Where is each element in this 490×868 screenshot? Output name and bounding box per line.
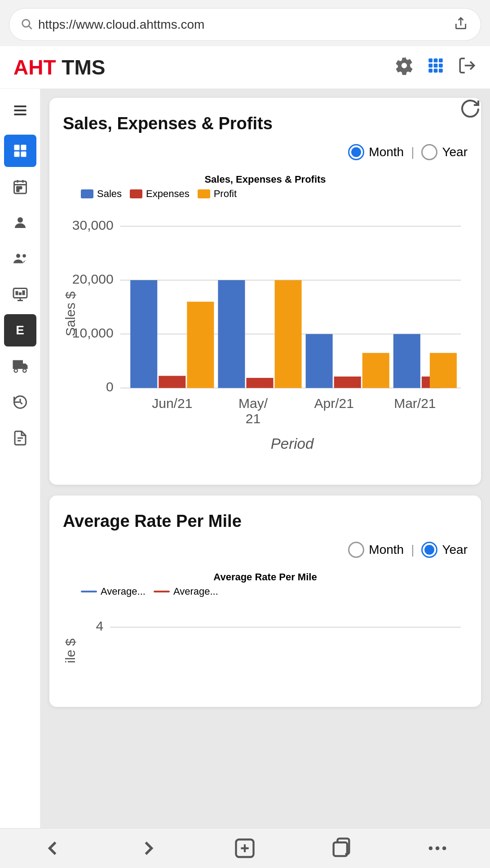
legend-swatch-orange [198, 189, 210, 198]
sales-month-label: Month [369, 145, 404, 159]
rate-year-toggle[interactable]: Year [421, 542, 468, 558]
url-bar[interactable]: https://www.cloud.ahttms.com [9, 8, 481, 41]
share-button[interactable] [452, 15, 470, 34]
sales-month-radio[interactable] [348, 144, 364, 160]
sales-year-toggle[interactable]: Year [421, 144, 468, 160]
main-layout: E [0, 89, 490, 867]
svg-text:0: 0 [106, 379, 114, 394]
svg-point-54 [442, 846, 446, 850]
legend-avg1-label: Average... [101, 586, 146, 597]
browser-bar: https://www.cloud.ahttms.com [0, 0, 490, 46]
rate-year-radio[interactable] [421, 542, 437, 558]
rate-y-tick-4: 4 [96, 618, 103, 633]
bar-jun-sales [130, 280, 157, 388]
svg-point-53 [436, 846, 440, 850]
svg-rect-11 [439, 69, 443, 73]
rate-line-chart: ile $ 4 [63, 604, 468, 684]
legend-expenses-label: Expenses [146, 188, 190, 200]
rate-year-label: Year [442, 543, 468, 557]
legend-rate-avg2: Average... [154, 586, 218, 597]
sidebar-item-documents[interactable] [4, 422, 36, 454]
rate-month-toggle[interactable]: Month [348, 542, 404, 558]
svg-rect-51 [333, 842, 347, 856]
rate-y-label: ile $ [63, 638, 78, 663]
browser-nav [0, 828, 490, 868]
svg-rect-4 [434, 58, 438, 62]
logo-tms: TMS [56, 56, 106, 79]
svg-rect-19 [21, 152, 26, 157]
sidebar: E [0, 89, 40, 867]
svg-point-27 [18, 217, 23, 223]
rate-month-radio[interactable] [348, 542, 364, 558]
svg-rect-25 [19, 187, 22, 189]
sales-month-toggle[interactable]: Month [348, 144, 404, 160]
app-header: AHT TMS [0, 46, 490, 89]
rate-toggle-divider: | [411, 543, 414, 557]
svg-point-34 [14, 369, 18, 373]
rate-chart-legend: Average... Average... [63, 586, 468, 597]
sidebar-item-truck[interactable] [4, 350, 36, 382]
sidebar-item-entity[interactable]: E [4, 314, 36, 346]
svg-text:10,000: 10,000 [72, 325, 114, 340]
svg-rect-24 [17, 187, 19, 189]
sales-year-radio[interactable] [421, 144, 437, 160]
refresh-button[interactable] [459, 98, 481, 123]
svg-rect-9 [428, 69, 433, 73]
svg-rect-7 [434, 63, 438, 67]
legend-swatch-red [130, 189, 142, 198]
svg-rect-26 [17, 189, 19, 192]
entity-label: E [16, 323, 24, 338]
svg-text:30,000: 30,000 [72, 218, 114, 232]
logo-aht: AHT [13, 56, 56, 79]
bar-apr-profit [362, 353, 389, 388]
legend-expenses: Expenses [130, 188, 190, 200]
legend-line-blue [81, 591, 97, 592]
sidebar-item-calendar[interactable] [4, 171, 36, 203]
svg-rect-18 [14, 152, 19, 157]
sales-chart-title: Sales, Expenses & Profits [63, 174, 468, 185]
add-tab-button[interactable] [233, 837, 256, 860]
sales-chart-container: Sales, Expenses & Profits Sales Expenses… [63, 169, 468, 469]
svg-point-35 [23, 369, 26, 373]
sidebar-item-profile[interactable] [4, 206, 36, 239]
bar-may-sales [218, 280, 245, 388]
hamburger-menu[interactable] [8, 98, 33, 127]
tabs-button[interactable] [330, 837, 353, 860]
sales-toggle-row: Month | Year [63, 144, 468, 160]
legend-rate-avg1: Average... [81, 586, 146, 597]
sidebar-item-history[interactable] [4, 386, 36, 418]
sales-toggle-divider: | [411, 145, 414, 159]
legend-swatch-blue [81, 189, 93, 198]
bar-may-expenses [246, 378, 273, 388]
svg-point-29 [22, 254, 26, 258]
back-button[interactable] [41, 837, 64, 860]
svg-rect-31 [15, 291, 18, 295]
x-axis-label: Period [271, 435, 314, 452]
logout-icon[interactable] [458, 56, 477, 79]
sidebar-item-reports[interactable] [4, 278, 36, 311]
grid-icon[interactable] [426, 56, 445, 79]
svg-point-28 [16, 254, 20, 258]
svg-rect-6 [428, 63, 433, 67]
rate-card-title: Average Rate Per Mile [63, 512, 468, 531]
x-label-jun: Jun/21 [152, 396, 192, 411]
x-label-mar: Mar/21 [394, 396, 436, 411]
sidebar-item-users[interactable] [4, 242, 36, 275]
settings-icon[interactable] [395, 56, 414, 79]
header-icons [395, 56, 477, 79]
content-area: Sales, Expenses & Profits Month | Year S… [40, 89, 490, 867]
more-button[interactable] [426, 837, 449, 860]
legend-sales: Sales [81, 188, 122, 200]
svg-text:20,000: 20,000 [72, 272, 114, 286]
legend-profit-label: Profit [214, 188, 237, 200]
forward-button[interactable] [137, 837, 160, 860]
search-icon [20, 18, 33, 32]
sidebar-item-dashboard[interactable] [4, 135, 36, 167]
bar-mar-profit [430, 353, 457, 388]
bar-may-profit [275, 280, 302, 388]
bar-jun-profit [187, 302, 214, 388]
rate-card: Average Rate Per Mile Month | Year Avera… [49, 495, 481, 707]
svg-point-52 [428, 846, 433, 850]
url-text: https://www.cloud.ahttms.com [38, 18, 446, 32]
svg-line-1 [29, 26, 31, 29]
